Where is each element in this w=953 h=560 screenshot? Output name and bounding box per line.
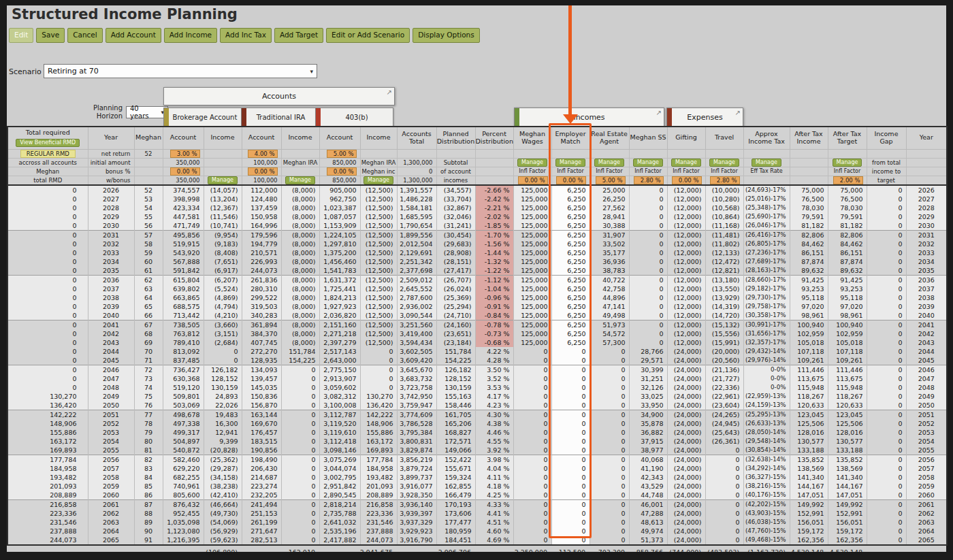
- cell-year-left: 2063: [88, 518, 134, 527]
- account-tab-traditional-ira[interactable]: Traditional IRA: [241, 108, 316, 127]
- cell-gifting: (24,000): [667, 374, 705, 383]
- cell-total-required: 223,336: [7, 509, 88, 518]
- cell-planned-distribution: 170,193: [436, 499, 475, 509]
- manage-button-meghan-wages[interactable]: Manage: [517, 159, 547, 167]
- planning-horizon-select[interactable]: 40 years ▾: [126, 106, 168, 118]
- meghan-wages-percent-field[interactable]: 0.00 %: [518, 176, 548, 184]
- cell-year-left: 2043: [88, 338, 134, 347]
- cell-accounts-total: 1,790,654: [397, 221, 436, 231]
- travel-percent-field[interactable]: 2.80 %: [710, 176, 740, 184]
- cell-403b-income: (12,500): [360, 311, 397, 320]
- cell-meghan-ss: 30,399: [629, 365, 667, 374]
- scenario-select[interactable]: Retiring at 70 ▾: [44, 64, 317, 78]
- cell-gifting: (24,000): [667, 518, 705, 527]
- brokerage-account-percent-field[interactable]: 0.00 %: [170, 167, 200, 176]
- cell-403b-account: 2,417,882: [319, 536, 360, 545]
- cell-income-gap: 0: [867, 248, 906, 257]
- manage-button-travel[interactable]: Manage: [709, 159, 739, 167]
- toolbar-button-edit[interactable]: Edit: [9, 28, 33, 43]
- account-tab-403-b[interactable]: 403(b): [315, 108, 393, 127]
- brokerage-account-percent-field[interactable]: 3.00 %: [170, 150, 200, 158]
- manage-button-meghan-ss[interactable]: Manage: [633, 159, 663, 167]
- toolbar-button-save[interactable]: Save: [36, 28, 65, 43]
- cell-meghan-ss: 31,251: [629, 374, 667, 383]
- total-travel: (483,503): [705, 547, 743, 557]
- table-row-2051: 142,222205177498,67819,483163,14403,112,…: [7, 410, 947, 419]
- cell-traditional-ira-account: 190,856: [242, 446, 281, 455]
- traditional-ira-account-percent-field[interactable]: 4.00 %: [248, 150, 278, 158]
- cell-accounts-total: 2,129,691: [397, 248, 436, 257]
- cell-travel: (13,180): [705, 275, 743, 284]
- view-beneficial-rmd-button[interactable]: View Beneficial RMD: [16, 139, 80, 147]
- toolbar-button-add-income[interactable]: Add Income: [164, 28, 217, 43]
- header-cell-planned-distribution: Subtotal: [436, 158, 475, 167]
- header-cell-approx-income-tax: [743, 176, 790, 185]
- toolbar-button-add-inc-tax[interactable]: Add Inc Tax: [220, 28, 272, 43]
- traditional-ira-account-percent-field[interactable]: 0.00 %: [248, 167, 278, 176]
- cell-gifting: (24,000): [667, 347, 705, 356]
- cell-brokerage-account: 398,998: [163, 195, 204, 203]
- expand-icon[interactable]: ↗: [387, 88, 392, 96]
- toolbar-button-display-options[interactable]: Display Options: [413, 28, 480, 43]
- cell-accounts-total: 1,391,557: [397, 185, 436, 195]
- cell-accounts-total: 3,251,560: [397, 320, 436, 329]
- cell-accounts-total: 2,251,342: [397, 257, 436, 266]
- header-cell-year-right: [906, 149, 947, 158]
- 403b-account-percent-field[interactable]: 5.00 %: [327, 150, 357, 158]
- header-cell-after-tax-income: [790, 167, 828, 176]
- cell-meghan-age: 55: [134, 212, 163, 221]
- total-percent-distribution: [474, 547, 513, 557]
- manage-button-403b-income[interactable]: Manage: [364, 176, 393, 184]
- total-meghan-ss: 858,766: [628, 547, 666, 557]
- real-estate-agent-percent-field[interactable]: 5.00 %: [596, 176, 626, 184]
- toolbar-button-cancel[interactable]: Cancel: [67, 28, 103, 43]
- cell-gifting: (12,000): [667, 266, 705, 276]
- cell-year-left: 2032: [88, 240, 134, 248]
- expand-icon[interactable]: ↗: [656, 109, 662, 116]
- cell-planned-distribution: 184,451: [436, 536, 475, 545]
- cell-total-required: 0: [7, 185, 88, 195]
- cell-approx-income-tax: (30,991)-17%: [743, 320, 790, 329]
- cell-approx-income-tax: (25,016)-17%: [743, 195, 790, 203]
- manage-button-after-tax-target[interactable]: Manage: [833, 159, 862, 167]
- manage-button-real-estate-agent[interactable]: Manage: [594, 159, 624, 167]
- after-tax-target-percent-field[interactable]: 2.00 %: [833, 176, 863, 184]
- cell-accounts-total: 1,584,181: [397, 203, 436, 212]
- manage-button-traditional-ira-income[interactable]: Manage: [285, 176, 315, 184]
- manage-button-brokerage-income[interactable]: Manage: [208, 176, 238, 184]
- gifting-percent-field[interactable]: 0.00 %: [672, 176, 702, 184]
- cell-approx-income-tax: 0-0%: [743, 383, 790, 392]
- cell-meghan-age: 77: [134, 410, 163, 419]
- header-cell-gifting: Manage: [667, 158, 705, 167]
- cell-income-gap: 0: [867, 536, 906, 545]
- manage-button-approx-income-tax[interactable]: Manage: [752, 159, 781, 167]
- header-cell-year-right: [906, 158, 947, 167]
- cell-total-required: 0: [7, 212, 88, 221]
- cell-gifting: (12,000): [667, 320, 705, 329]
- cell-meghan-age: 76: [134, 401, 163, 410]
- header-cell-real-estate-agent: [589, 149, 629, 158]
- account-tab-brokerage-account[interactable]: Brokerage Account: [163, 108, 242, 127]
- cell-year-right: 2053: [906, 428, 947, 437]
- cell-traditional-ira-account: 271,647: [242, 527, 281, 536]
- header-cell-403b-account: 850,000: [319, 158, 360, 167]
- meghan-ss-percent-field[interactable]: 2.80 %: [634, 176, 664, 184]
- column-header-403b-account: Account: [319, 127, 360, 149]
- toolbar-button-edit-or-add-scenario[interactable]: Edit or Add Scenario: [326, 28, 410, 43]
- cell-meghan-ss: 49,974: [629, 527, 667, 536]
- cell-traditional-ira-account: 384,370: [242, 329, 281, 338]
- cell-after-tax-target: 75,000: [828, 185, 867, 195]
- cell-traditional-ira-account: 179,596: [242, 230, 281, 240]
- cell-meghan-wages: 0: [513, 401, 551, 410]
- column-header-approx-income-tax: Approx Income Tax: [743, 127, 790, 149]
- header-cell-year-right: [906, 176, 947, 185]
- table-row-2050: 136,420205076503,06922,026156,87003,100,…: [7, 401, 947, 410]
- toolbar-button-add-target[interactable]: Add Target: [274, 28, 323, 43]
- expand-icon[interactable]: ↗: [735, 109, 741, 116]
- cell-brokerage-account: 805,600: [163, 491, 204, 500]
- cell-planned-distribution: (28,908): [436, 248, 475, 257]
- toolbar-button-add-account[interactable]: Add Account: [106, 28, 161, 43]
- manage-button-gifting[interactable]: Manage: [671, 159, 701, 167]
- 403b-account-percent-field[interactable]: 0.00 %: [327, 167, 357, 176]
- cell-accounts-total: 3,856,219: [397, 455, 436, 464]
